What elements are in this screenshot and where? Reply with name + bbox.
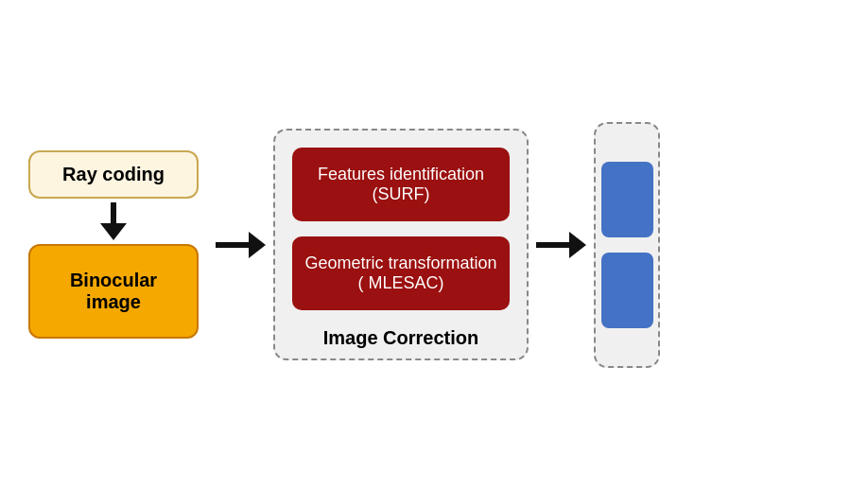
arrow-stem-vertical (111, 202, 116, 223)
flowchart: Ray coding Binocular image Features iden… (0, 19, 868, 470)
arrow-head-right-2 (569, 232, 586, 258)
features-identification-box: Features identification (SURF) (292, 148, 510, 221)
binocular-label: Binocular image (47, 270, 180, 313)
arrow-head-right-1 (249, 232, 266, 258)
blue-box-top (601, 162, 653, 237)
geometric-transformation-box: Geometric transformation ( MLESAC) (292, 236, 510, 310)
ray-coding-label: Ray coding (62, 164, 165, 184)
arrow-right-2 (536, 232, 586, 258)
arrow-right-1 (216, 232, 266, 258)
image-correction-inner: Features identification (SURF) Geometric… (292, 148, 510, 310)
image-correction-label: Image Correction (323, 327, 478, 349)
arrow-stem-h-2 (536, 242, 569, 248)
ray-coding-box: Ray coding (28, 150, 199, 199)
arrow-head-down (100, 223, 127, 240)
blue-box-bottom (601, 253, 653, 328)
geometric-line2: ( MLESAC) (357, 273, 443, 292)
image-correction-box: Features identification (SURF) Geometric… (273, 129, 529, 360)
binocular-image-box: Binocular image (28, 244, 199, 339)
features-line2: (SURF) (373, 184, 430, 203)
arrow-stem-h-1 (216, 242, 249, 248)
down-arrow (100, 202, 127, 240)
right-partial-box (594, 122, 660, 368)
left-column: Ray coding Binocular image (19, 150, 208, 339)
geometric-line1: Geometric transformation (304, 253, 496, 272)
features-line1: Features identification (318, 165, 484, 183)
